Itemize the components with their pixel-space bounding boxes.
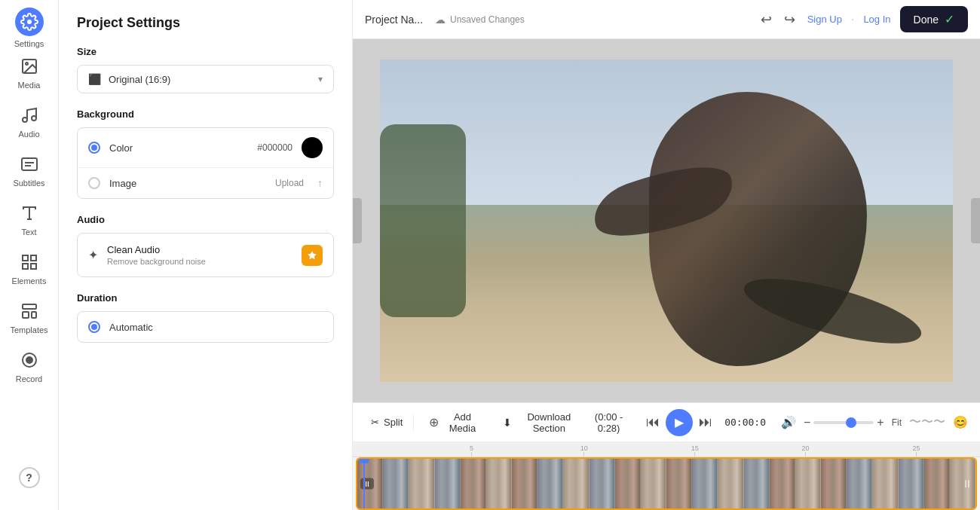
color-swatch[interactable]	[302, 137, 323, 158]
volume-icon[interactable]: 🔊	[781, 415, 796, 429]
color-radio[interactable]	[88, 142, 100, 154]
sidebar-item-subtitles[interactable]: Subtitles	[7, 146, 52, 194]
emoji-button[interactable]: 😊	[953, 415, 968, 429]
project-name[interactable]: Project Na...	[365, 14, 423, 26]
waveform-icon: 〜〜〜	[909, 414, 945, 430]
sidebar-item-audio[interactable]: Audio	[7, 97, 52, 145]
svg-rect-10	[23, 255, 28, 261]
time-display: 00:00:0	[724, 417, 766, 428]
video-frame	[380, 60, 953, 382]
cloud-off-icon: ☁	[435, 14, 446, 26]
done-label: Done	[914, 14, 939, 26]
timeline-frame	[435, 459, 461, 508]
sidebar-item-media[interactable]: Media	[7, 48, 52, 96]
zoom-slider[interactable]	[813, 421, 874, 424]
ruler-marks: 5 10 15 20 2	[359, 442, 974, 457]
timeline-frame	[872, 459, 898, 508]
timeline-filter-badge: ⏸	[360, 478, 374, 490]
audio-box: ✦ Clean Audio Remove background noise	[77, 233, 334, 277]
sign-up-link[interactable]: Sign Up	[807, 14, 842, 25]
image-radio[interactable]	[88, 177, 100, 189]
timeline-frames	[357, 459, 975, 508]
sidebar-item-help[interactable]: ?	[7, 461, 52, 496]
automatic-option[interactable]: Automatic	[78, 312, 333, 342]
undo-redo-controls: ↩ ↪	[758, 8, 798, 31]
sidebar-item-text[interactable]: Text	[7, 195, 52, 243]
sidebar-item-record[interactable]: Record	[7, 342, 52, 389]
duration-box: Automatic	[77, 311, 334, 343]
ruler-mark-10: 10	[580, 444, 588, 457]
timeline-pause-right: ⏸	[962, 478, 972, 490]
sidebar-item-templates[interactable]: Templates	[7, 293, 52, 341]
sidebar-item-elements[interactable]: Elements	[7, 244, 52, 292]
ruler-mark-25: 25	[912, 444, 920, 457]
color-option[interactable]: Color #000000	[78, 128, 333, 168]
automatic-label: Automatic	[109, 322, 153, 333]
right-controls: 🔊 − + Fit 〜〜〜 😊	[781, 414, 968, 430]
bottom-controls: ✂ Split ⊕ Add Media ⬇ Download Section (…	[353, 402, 980, 510]
play-button[interactable]: ▶	[666, 409, 693, 436]
timeline-frame	[512, 459, 537, 508]
plus-circle-icon: ⊕	[429, 415, 439, 429]
split-button[interactable]: ✂ Split	[365, 414, 414, 431]
split-label: Split	[384, 417, 403, 428]
done-button[interactable]: Done ✓	[900, 6, 968, 32]
clean-audio-title: Clean Audio	[107, 244, 206, 255]
ruler-mark-20: 20	[802, 444, 810, 457]
add-media-label: Add Media	[443, 411, 481, 434]
sidebar: Settings Media Audio Subtitles	[0, 0, 59, 510]
timeline-track[interactable]: ⏸ ⏸	[356, 457, 977, 510]
fit-button[interactable]: Fit	[892, 417, 902, 428]
settings-label: Settings	[14, 39, 44, 48]
color-hex-value: #000000	[257, 142, 292, 153]
skip-forward-button[interactable]: ⏭	[699, 414, 712, 430]
auth-separator: ·	[851, 13, 854, 26]
skip-back-button[interactable]: ⏮	[646, 414, 660, 430]
timeline-frame	[924, 459, 950, 508]
ruler-mark-5: 5	[470, 444, 473, 457]
timeline-playhead[interactable]	[363, 459, 365, 508]
timeline-frame	[641, 459, 666, 508]
redo-button[interactable]: ↪	[781, 8, 798, 31]
image-label: Image	[109, 178, 136, 189]
zoom-in-button[interactable]: +	[877, 416, 884, 429]
timeline-frame	[821, 459, 847, 508]
settings-panel: Project Settings Size ⬛ Original (16:9) …	[59, 0, 353, 510]
svg-point-2	[26, 63, 28, 65]
timeline-frame	[486, 459, 512, 508]
add-media-button[interactable]: ⊕ Add Media	[423, 408, 487, 437]
audio-upgrade-badge[interactable]	[302, 245, 323, 266]
image-option[interactable]: Image Upload ↑	[78, 168, 333, 198]
svg-point-17	[26, 357, 32, 363]
size-dropdown[interactable]: ⬛ Original (16:9) ▾	[77, 65, 334, 93]
timeline-frame	[692, 459, 718, 508]
timeline-frame	[847, 459, 872, 508]
timeline-frame	[770, 459, 795, 508]
download-range: (0:00 - 0:28)	[586, 411, 631, 434]
sidebar-record-label: Record	[16, 374, 42, 383]
download-icon: ⬇	[503, 417, 512, 429]
timeline-frame	[590, 459, 615, 508]
sparkle-icon: ✦	[88, 248, 98, 262]
playhead-handle[interactable]	[360, 457, 369, 463]
aspect-icon: ⬛	[88, 73, 101, 85]
svg-point-0	[27, 20, 32, 24]
zoom-out-button[interactable]: −	[804, 416, 810, 429]
unsaved-label: Unsaved Changes	[450, 14, 525, 25]
svg-rect-11	[31, 255, 36, 261]
transport-controls: ⏮ ▶ ⏭ 00:00:0	[646, 409, 772, 436]
sidebar-bottom: ?	[7, 461, 52, 510]
download-button[interactable]: ⬇ Download Section (0:00 - 0:28)	[497, 408, 638, 437]
undo-button[interactable]: ↩	[758, 8, 775, 31]
timeline-frame	[718, 459, 743, 508]
svg-rect-12	[23, 264, 28, 269]
automatic-radio[interactable]	[88, 321, 100, 333]
audio-info: Clean Audio Remove background noise	[107, 244, 206, 266]
settings-title: Project Settings	[77, 15, 334, 31]
log-in-link[interactable]: Log In	[863, 14, 890, 25]
settings-icon-circle[interactable]	[15, 8, 44, 36]
size-value: Original (16:9)	[109, 74, 170, 85]
upload-btn[interactable]: Upload	[275, 178, 304, 188]
download-label: Download Section	[516, 411, 582, 434]
zoom-slider-wrap: − +	[804, 416, 884, 429]
